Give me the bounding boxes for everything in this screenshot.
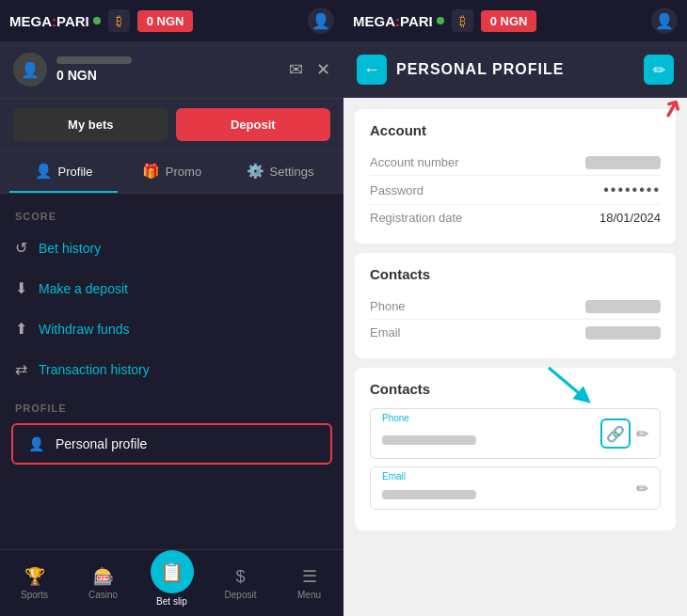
account-number-row: Account number	[370, 150, 661, 176]
email-value	[585, 326, 661, 340]
back-button[interactable]: ←	[357, 55, 387, 85]
brand-logo-right: MEGA:PARI	[353, 13, 444, 29]
tab-promo[interactable]: 🎁 Promo	[118, 151, 226, 193]
menu-item-bet-history[interactable]: ↺ Bet history	[0, 228, 344, 268]
menu-item-transactions[interactable]: ⇄ Transaction history	[0, 349, 344, 389]
withdraw-label: Withdraw funds	[39, 322, 129, 337]
ngn-balance-left[interactable]: 0 NGN	[137, 10, 194, 32]
cyan-arrow-container	[539, 358, 596, 409]
deposit-icon: ⬇	[15, 279, 27, 297]
settings-tab-icon: ⚙️	[247, 163, 264, 180]
score-section-label: SCORE	[0, 205, 344, 228]
email-edit-icon[interactable]: ✏	[636, 480, 648, 498]
transaction-label: Transaction history	[39, 362, 150, 377]
tab-profile[interactable]: 👤 Profile	[9, 151, 118, 193]
user-balance: 0 NGN	[56, 68, 132, 83]
personal-profile-icon: 👤	[28, 436, 44, 451]
account-number-label: Account number	[370, 155, 459, 169]
left-section-content: SCORE ↺ Bet history ⬇ Make a deposit ⬆ W…	[0, 194, 344, 549]
user-avatar-icon-right[interactable]: 👤	[651, 8, 678, 34]
status-dot-left	[93, 17, 101, 24]
user-header: 👤 0 NGN ✉ ✕	[0, 41, 344, 99]
tab-profile-label: Profile	[58, 165, 93, 179]
deposit-nav-icon: $	[235, 567, 245, 587]
promo-tab-icon: 🎁	[142, 163, 160, 180]
casino-icon: 🎰	[93, 566, 114, 587]
nav-menu[interactable]: ☰ Menu	[275, 556, 344, 610]
account-card: Account Account number Password ••••••••…	[355, 109, 676, 244]
password-value: ••••••••	[603, 182, 661, 198]
email-input-row[interactable]: Email ✏	[370, 466, 661, 510]
tab-promo-label: Promo	[166, 165, 201, 179]
betslip-icon: 📋	[160, 561, 184, 583]
nav-deposit[interactable]: $ Deposit	[206, 556, 275, 610]
messages-icon[interactable]: ✉	[289, 59, 303, 80]
withdraw-icon: ⬆	[15, 320, 27, 338]
user-details: 0 NGN	[56, 56, 132, 83]
right-header: ← PERSONAL PROFILE ✏ ➜	[344, 41, 687, 98]
profile-tabs: 👤 Profile 🎁 Promo ⚙️ Settings	[0, 151, 344, 194]
reg-date-row: Registration date 18/01/2024	[370, 205, 661, 230]
brand-text-right: MEGA:PARI	[353, 13, 433, 29]
phone-input-icons: 🔗 ✏	[600, 419, 648, 449]
cyan-arrow-svg	[539, 358, 596, 405]
deposit-nav-label: Deposit	[225, 590, 257, 600]
menu-icon: ☰	[302, 566, 317, 587]
email-label: Email	[370, 325, 401, 340]
menu-item-withdraw[interactable]: ⬆ Withdraw funds	[0, 308, 344, 349]
account-title: Account	[370, 122, 661, 138]
right-navbar: MEGA:PARI ₿ 0 NGN 👤	[344, 0, 687, 41]
brand-text-left: MEGA:PARI	[9, 13, 89, 29]
email-input-icons: ✏	[636, 480, 648, 498]
personal-profile-item[interactable]: 👤 Personal profile	[11, 423, 332, 465]
my-bets-button[interactable]: My bets	[13, 108, 168, 141]
nav-betslip[interactable]: 📋 Bet slip	[137, 556, 206, 610]
email-input-value	[382, 490, 476, 499]
btc-icon-right[interactable]: ₿	[452, 9, 473, 32]
btc-icon-left[interactable]: ₿	[108, 9, 130, 32]
nav-casino[interactable]: 🎰 Casino	[69, 556, 137, 610]
email-input-label: Email	[382, 471, 406, 482]
ngn-balance-right[interactable]: 0 NGN	[481, 10, 537, 32]
phone-value	[585, 300, 661, 313]
email-row: Email	[370, 320, 661, 345]
betslip-label: Bet slip	[156, 596, 187, 607]
left-panel: MEGA:PARI ₿ 0 NGN 👤 👤 0 NGN ✉ ✕ My bets …	[0, 0, 344, 616]
transaction-icon: ⇄	[15, 360, 27, 378]
link-icon-button[interactable]: 🔗	[600, 419, 631, 449]
avatar: 👤	[13, 53, 47, 87]
deposit-button[interactable]: Deposit	[176, 108, 331, 141]
menu-item-deposit[interactable]: ⬇ Make a deposit	[0, 268, 344, 308]
reg-date-label: Registration date	[370, 211, 462, 225]
right-panel: MEGA:PARI ₿ 0 NGN 👤 ← PERSONAL PROFILE ✏…	[344, 0, 687, 616]
nav-sports[interactable]: 🏆 Sports	[0, 556, 69, 610]
password-row: Password ••••••••	[370, 176, 661, 205]
menu-nav-label: Menu	[297, 590, 321, 600]
brand-logo-left: MEGA:PARI	[9, 13, 101, 29]
phone-input-value	[382, 435, 476, 445]
user-avatar-icon-left[interactable]: 👤	[308, 8, 334, 34]
betslip-button[interactable]: 📋	[151, 550, 194, 593]
phone-input-row[interactable]: Phone 🔗 ✏	[370, 408, 661, 459]
action-buttons: My bets Deposit	[0, 99, 344, 151]
phone-edit-icon[interactable]: ✏	[636, 425, 648, 443]
close-icon[interactable]: ✕	[316, 59, 330, 80]
tab-settings[interactable]: ⚙️ Settings	[226, 151, 334, 193]
tab-settings-label: Settings	[270, 165, 314, 179]
back-icon: ←	[363, 60, 380, 80]
phone-input-label: Phone	[382, 413, 409, 423]
header-icons: ✉ ✕	[289, 59, 330, 80]
page-title: PERSONAL PROFILE	[396, 61, 634, 78]
contacts-edit-card: Contacts Phone 🔗 ✏	[355, 368, 676, 530]
account-number-value	[585, 156, 661, 169]
edit-pencil-icon: ✏	[653, 61, 665, 79]
profile-tab-icon: 👤	[35, 163, 53, 180]
user-info: 👤 0 NGN	[13, 53, 132, 87]
password-label: Password	[370, 183, 423, 197]
edit-button-header[interactable]: ✏	[644, 55, 674, 85]
personal-profile-label: Personal profile	[56, 436, 147, 451]
bottom-nav: 🏆 Sports 🎰 Casino 📋 Bet slip $ Deposit ☰…	[0, 549, 344, 616]
reg-date-value: 18/01/2024	[599, 211, 661, 225]
status-dot-right	[437, 17, 444, 24]
contacts-title: Contacts	[370, 266, 661, 282]
